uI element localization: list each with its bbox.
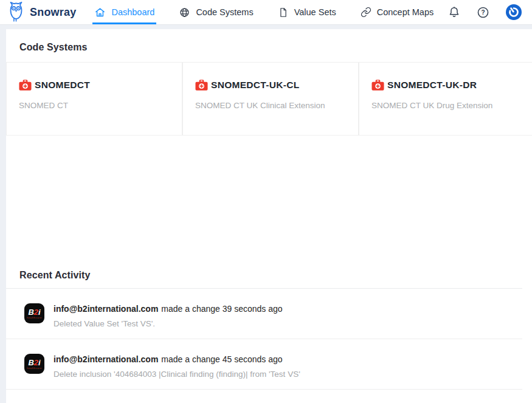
b2i-letter: B: [28, 358, 33, 367]
recent-activity-section-title: Recent Activity: [6, 257, 532, 288]
b2i-letter: 2: [34, 308, 38, 317]
link-icon: [361, 7, 371, 18]
tab-value-sets[interactable]: Value Sets: [278, 0, 336, 24]
b2i-letter: B: [28, 308, 33, 317]
activity-list: B2i healthcare info@b2international.comm…: [6, 289, 532, 390]
empty-space: [6, 136, 532, 257]
user-avatar-power-icon[interactable]: [505, 4, 522, 21]
b2i-letter: i: [38, 358, 41, 367]
b2i-letter: 2: [34, 358, 38, 367]
tab-concept-maps-label: Concept Maps: [377, 7, 434, 17]
code-system-name: SNOMEDCT: [35, 80, 90, 91]
code-system-description: SNOMED CT: [7, 91, 182, 110]
code-system-name: SNOMEDCT-UK-CL: [211, 80, 299, 91]
activity-detail: Deleted Value Set 'Test VS'.: [54, 319, 283, 328]
code-system-card-snomedct-uk-dr[interactable]: SNOMEDCT-UK-DR SNOMED CT UK Drug Extensi…: [359, 62, 532, 136]
medkit-icon: [19, 79, 32, 91]
activity-meta: made a change 39 seconds ago: [161, 304, 282, 314]
activity-headline: info@b2international.commade a change 39…: [54, 304, 283, 314]
main-content-panel: Code Systems SNOMEDCT SNOMED CT: [6, 29, 532, 403]
b2i-logo-avatar: B2i healthcare: [24, 303, 44, 323]
code-system-description: SNOMED CT UK Clinical Extension: [183, 91, 358, 110]
svg-text:?: ?: [481, 9, 485, 16]
code-system-card-snomedct[interactable]: SNOMEDCT SNOMED CT: [6, 62, 182, 136]
main-nav: Dashboard Code Systems Value Sets: [94, 0, 434, 24]
tab-dashboard[interactable]: Dashboard: [94, 0, 154, 24]
bell-icon[interactable]: [447, 5, 461, 19]
code-system-name: SNOMEDCT-UK-DR: [387, 80, 477, 91]
tab-concept-maps[interactable]: Concept Maps: [361, 0, 434, 24]
activity-headline: info@b2international.commade a change 45…: [54, 354, 300, 364]
tab-code-systems-label: Code Systems: [196, 7, 253, 17]
file-icon: [278, 7, 289, 18]
b2i-letter: i: [38, 308, 41, 317]
top-navbar: Snowray Dashboard Code Systems: [0, 0, 532, 25]
brand-title: Snowray: [30, 6, 76, 19]
home-icon: [94, 7, 106, 18]
activity-detail: Delete inclusion '404684003 |Clinical fi…: [54, 370, 300, 379]
activity-user: info@b2international.com: [54, 304, 158, 314]
activity-list-item: B2i healthcare info@b2international.comm…: [6, 289, 522, 339]
code-systems-section-title: Code Systems: [6, 29, 532, 62]
owl-icon: [7, 1, 25, 23]
medkit-icon: [371, 79, 384, 91]
activity-list-item: B2i healthcare info@b2international.comm…: [6, 339, 522, 390]
globe-icon: [179, 7, 190, 18]
activity-meta: made a change 45 seconds ago: [161, 354, 282, 364]
tab-code-systems[interactable]: Code Systems: [179, 0, 253, 24]
tab-dashboard-label: Dashboard: [111, 7, 154, 17]
code-system-cards-row: SNOMEDCT SNOMED CT SNOMEDCT-UK-CL: [6, 62, 532, 136]
activity-user: info@b2international.com: [54, 354, 158, 364]
tab-value-sets-label: Value Sets: [294, 7, 336, 17]
code-system-card-snomedct-uk-cl[interactable]: SNOMEDCT-UK-CL SNOMED CT UK Clinical Ext…: [182, 62, 359, 136]
help-icon[interactable]: ?: [476, 5, 490, 19]
code-system-description: SNOMED CT UK Drug Extension: [359, 91, 532, 110]
b2i-sub-label: healthcare: [27, 317, 42, 319]
header-actions: ?: [447, 4, 522, 21]
brand-logo[interactable]: Snowray: [7, 1, 76, 23]
b2i-sub-label: healthcare: [27, 367, 42, 370]
medkit-icon: [195, 79, 208, 91]
b2i-logo-avatar: B2i healthcare: [24, 354, 44, 374]
